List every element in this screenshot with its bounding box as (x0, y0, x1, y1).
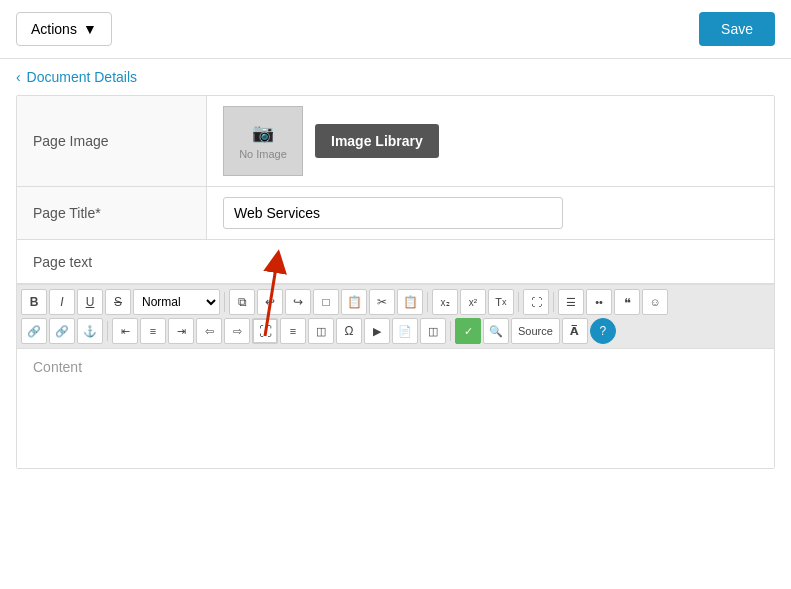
toolbar-row-1: B I U S Normal Paragraph Heading 1 Headi… (21, 289, 770, 315)
save-button[interactable]: Save (699, 12, 775, 46)
insert-image-button[interactable]: ⛶ (252, 318, 278, 344)
copy-format-button[interactable]: ⧉ (229, 289, 255, 315)
indent-decrease-button[interactable]: ⇦ (196, 318, 222, 344)
separator-3 (518, 292, 519, 312)
media-button[interactable]: ▶ (364, 318, 390, 344)
page-image-label: Page Image (17, 96, 207, 186)
clone-button[interactable]: □ (313, 289, 339, 315)
separator-5 (107, 321, 108, 341)
page-title-label: Page Title* (17, 187, 207, 239)
italic-button[interactable]: I (49, 289, 75, 315)
align-left-button[interactable]: ⇤ (112, 318, 138, 344)
separator-4 (553, 292, 554, 312)
ordered-list-button[interactable]: ☰ (558, 289, 584, 315)
special-chars-button[interactable]: Ω (336, 318, 362, 344)
no-image-text: No Image (239, 148, 287, 160)
paste-button[interactable]: 📋 (341, 289, 367, 315)
actions-label: Actions (31, 21, 77, 37)
editor-toolbar: B I U S Normal Paragraph Heading 1 Headi… (17, 284, 774, 348)
align-justify-button[interactable]: ≡ (280, 318, 306, 344)
find-replace-button[interactable]: 🔍 (483, 318, 509, 344)
superscript-button[interactable]: x² (460, 289, 486, 315)
source-button[interactable]: Source (511, 318, 560, 344)
underline-button[interactable]: U (77, 289, 103, 315)
image-library-button[interactable]: Image Library (315, 124, 439, 158)
clear-format-button[interactable]: Tx (488, 289, 514, 315)
align-center-button[interactable]: ≡ (140, 318, 166, 344)
subscript-button[interactable]: x₂ (432, 289, 458, 315)
no-image-box: 📷 No Image (223, 106, 303, 176)
template-button[interactable]: 📄 (392, 318, 418, 344)
indent-increase-button[interactable]: ⇨ (224, 318, 250, 344)
page-title-row: Page Title* (17, 187, 774, 240)
breadcrumb-link[interactable]: Document Details (27, 69, 138, 85)
form-container: Page Image 📷 No Image Image Library Page… (16, 95, 775, 469)
chevron-left-icon: ‹ (16, 69, 21, 85)
table-button[interactable]: ◫ (420, 318, 446, 344)
cut-button[interactable]: ✂ (369, 289, 395, 315)
top-bar: Actions ▼ Save (0, 0, 791, 59)
format-special-button[interactable]: A̅ (562, 318, 588, 344)
chevron-down-icon: ▼ (83, 21, 97, 37)
emoticon-button[interactable]: ☺ (642, 289, 668, 315)
page-text-row: Page text (17, 240, 774, 284)
breadcrumb: ‹ Document Details (0, 59, 791, 95)
insert-table-button[interactable]: ◫ (308, 318, 334, 344)
image-placeholder-icon: 📷 (252, 122, 274, 144)
page-title-value (207, 187, 774, 239)
undo-button[interactable]: ↩ (257, 289, 283, 315)
separator-1 (224, 292, 225, 312)
page-image-value: 📷 No Image Image Library (207, 96, 774, 186)
link-button[interactable]: 🔗 (21, 318, 47, 344)
redo-button[interactable]: ↪ (285, 289, 311, 315)
anchor-button[interactable]: ⚓ (77, 318, 103, 344)
actions-button[interactable]: Actions ▼ (16, 12, 112, 46)
unordered-list-button[interactable]: •• (586, 289, 612, 315)
bold-button[interactable]: B (21, 289, 47, 315)
separator-6 (450, 321, 451, 341)
separator-2 (427, 292, 428, 312)
paste-text-button[interactable]: 📋 (397, 289, 423, 315)
toolbar-row-2: 🔗 🔗 ⚓ ⇤ ≡ ⇥ ⇦ ⇨ ⛶ ≡ ◫ Ω ▶ 📄 ◫ ✓ 🔍 Source… (21, 318, 770, 344)
fullscreen-button[interactable]: ⛶ (523, 289, 549, 315)
blockquote-button[interactable]: ❝ (614, 289, 640, 315)
page-title-input[interactable] (223, 197, 563, 229)
page-image-row: Page Image 📷 No Image Image Library (17, 96, 774, 187)
page-text-label: Page text (17, 242, 108, 282)
format-select[interactable]: Normal Paragraph Heading 1 Heading 2 Hea… (133, 289, 220, 315)
editor-content-placeholder: Content (33, 359, 82, 375)
help-button[interactable]: ? (590, 318, 616, 344)
unlink-button[interactable]: 🔗 (49, 318, 75, 344)
spellcheck-button[interactable]: ✓ (455, 318, 481, 344)
align-right-button[interactable]: ⇥ (168, 318, 194, 344)
editor-content-area[interactable]: Content (17, 348, 774, 468)
strikethrough-button[interactable]: S (105, 289, 131, 315)
